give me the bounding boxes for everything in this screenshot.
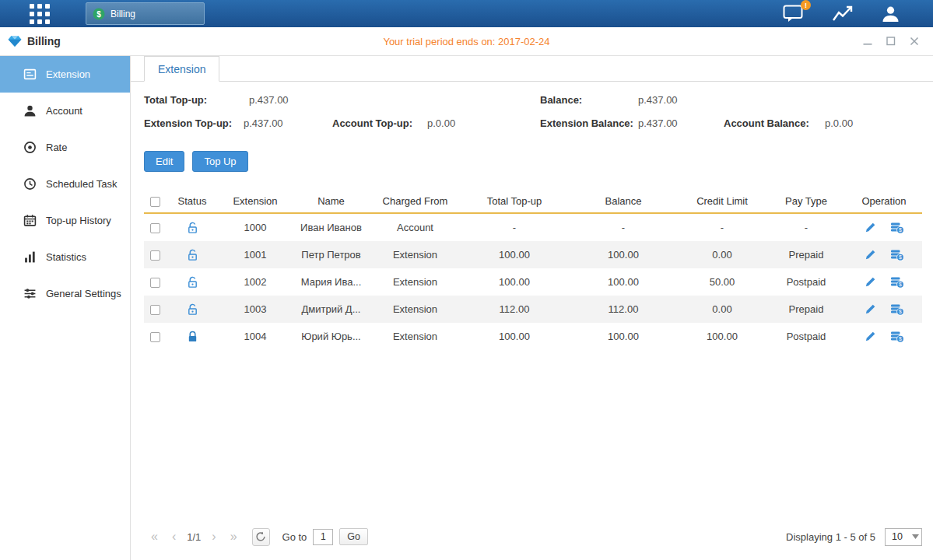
row-checkbox[interactable] <box>150 223 160 233</box>
column-header-charged-from[interactable]: Charged From <box>370 195 460 207</box>
edit-icon[interactable] <box>865 222 876 233</box>
page-size-value: 10 <box>886 531 909 542</box>
edit-icon[interactable] <box>865 331 876 342</box>
balance-label: Balance: <box>540 94 638 106</box>
account-icon <box>23 104 37 117</box>
first-page-button[interactable]: « <box>144 530 165 544</box>
credit-limit-cell: 0.00 <box>678 249 766 261</box>
name-cell: Петр Петров <box>292 249 370 261</box>
row-checkbox[interactable] <box>150 250 160 261</box>
operation-cell: $ <box>846 276 922 289</box>
extension-cell: 1004 <box>219 331 292 342</box>
sidebar-item-top-up-history[interactable]: Top-up History <box>0 202 130 239</box>
app-launcher-grid-icon[interactable] <box>30 4 50 24</box>
system-topbar: $ Billing ! <box>0 0 933 27</box>
edit-icon[interactable] <box>865 249 876 261</box>
column-header-credit-limit[interactable]: Credit Limit <box>678 195 766 207</box>
extension-icon <box>23 68 37 81</box>
table-row: 1001 Петр Петров Extension 100.00 100.00… <box>144 241 922 268</box>
last-page-button[interactable]: » <box>223 530 244 544</box>
notifications-button[interactable]: ! <box>783 5 804 23</box>
sidebar-item-statistics[interactable]: Statistics <box>0 239 130 275</box>
sidebar-item-rate[interactable]: Rate <box>0 129 130 166</box>
refresh-button[interactable] <box>252 528 270 546</box>
column-header-balance[interactable]: Balance <box>569 195 678 207</box>
select-all-checkbox[interactable] <box>150 197 160 207</box>
topup-icon[interactable]: $ <box>890 303 904 316</box>
sidebar-item-scheduled-task[interactable]: Scheduled Task <box>0 166 130 202</box>
row-checkbox[interactable] <box>150 278 160 288</box>
account-balance-value: p.0.00 <box>825 117 853 129</box>
go-button[interactable]: Go <box>339 528 368 545</box>
minimize-button[interactable] <box>861 35 874 47</box>
total-topup-cell: - <box>460 222 569 233</box>
tabstrip: Extension <box>131 56 933 82</box>
column-header-name[interactable]: Name <box>292 195 370 207</box>
table-row: 1000 Иван Иванов Account - - - - $ <box>144 214 922 241</box>
total-topup-cell: 112.00 <box>460 303 569 315</box>
credit-limit-cell: - <box>678 222 766 233</box>
topup-icon[interactable]: $ <box>890 222 904 234</box>
billing-app-window: $ Billing ! Billing Your trial period en… <box>0 0 933 560</box>
goto-page-input[interactable] <box>313 529 333 545</box>
row-checkbox[interactable] <box>150 305 160 315</box>
topup-icon[interactable]: $ <box>890 331 904 343</box>
table-row: 1002 Мария Ива... Extension 100.00 100.0… <box>144 268 922 296</box>
resource-monitor-button[interactable] <box>832 5 853 23</box>
edit-button[interactable]: Edit <box>144 151 184 172</box>
topup-icon[interactable]: $ <box>890 276 904 289</box>
summary-section: Total Top-up: p.437.00 Balance: p.437.00… <box>131 82 933 141</box>
column-header-total-top-up[interactable]: Total Top-up <box>460 195 569 207</box>
top-up-button[interactable]: Top Up <box>192 151 247 172</box>
total-topup-label: Total Top-up: <box>144 94 249 106</box>
charged-from-cell: Extension <box>370 276 460 288</box>
lock-open-icon <box>187 222 198 234</box>
lock-open-icon <box>187 303 198 316</box>
sidebar-item-label: Rate <box>46 142 67 153</box>
page-size-select[interactable]: 10 <box>885 528 922 546</box>
column-header-extension[interactable]: Extension <box>219 195 292 207</box>
sidebar-item-label: General Settings <box>46 288 121 299</box>
edit-icon[interactable] <box>865 303 876 315</box>
extension-balance-value: p.437.00 <box>638 117 678 129</box>
name-cell: Юрий Юрь... <box>292 331 370 342</box>
sidebar-item-extension[interactable]: Extension <box>0 56 130 93</box>
taskbar-tab-billing[interactable]: $ Billing <box>86 2 205 25</box>
user-icon <box>881 5 900 23</box>
charged-from-cell: Extension <box>370 303 460 315</box>
prev-page-button[interactable]: ‹ <box>165 530 183 544</box>
next-page-button[interactable]: › <box>205 530 223 544</box>
name-cell: Дмитрий Д... <box>292 303 370 315</box>
topup-icon[interactable]: $ <box>890 249 904 261</box>
extension-topup-field: Extension Top-up: p.437.00 <box>144 117 332 129</box>
column-header-pay-type[interactable]: Pay Type <box>766 195 846 207</box>
column-header-operation[interactable]: Operation <box>846 195 922 207</box>
sidebar-item-label: Statistics <box>46 251 86 263</box>
operation-cell: $ <box>846 303 922 316</box>
column-header-status[interactable]: Status <box>166 195 219 207</box>
tab-extension[interactable]: Extension <box>144 56 219 82</box>
pay-type-cell: Prepaid <box>766 303 846 315</box>
operation-cell: $ <box>846 249 922 261</box>
sidebar-item-general-settings[interactable]: General Settings <box>0 275 130 312</box>
row-checkbox[interactable] <box>150 332 160 342</box>
name-cell: Мария Ива... <box>292 276 370 288</box>
extension-content: Total Top-up: p.437.00 Balance: p.437.00… <box>131 82 933 560</box>
user-menu-button[interactable] <box>881 5 900 23</box>
extension-cell: 1002 <box>219 276 292 288</box>
sidebar-item-account[interactable]: Account <box>0 93 130 129</box>
edit-icon[interactable] <box>865 276 876 288</box>
name-cell: Иван Иванов <box>292 222 370 233</box>
pay-type-cell: Postpaid <box>766 276 846 288</box>
pay-type-cell: - <box>766 222 846 233</box>
total-topup-cell: 100.00 <box>460 276 569 288</box>
billing-dollar-icon: $ <box>93 8 105 20</box>
close-button[interactable] <box>908 35 921 47</box>
window-title: Billing <box>8 35 61 47</box>
displaying-info: Displaying 1 - 5 of 5 <box>786 531 875 543</box>
extension-balance-field: Extension Balance: p.437.00 <box>540 117 724 129</box>
total-topup-value: p.437.00 <box>249 94 289 106</box>
extension-table: StatusExtensionNameCharged FromTotal Top… <box>144 189 922 350</box>
trial-notice: Your trial period ends on: 2017-02-24 <box>0 36 933 47</box>
maximize-button[interactable] <box>885 35 897 47</box>
